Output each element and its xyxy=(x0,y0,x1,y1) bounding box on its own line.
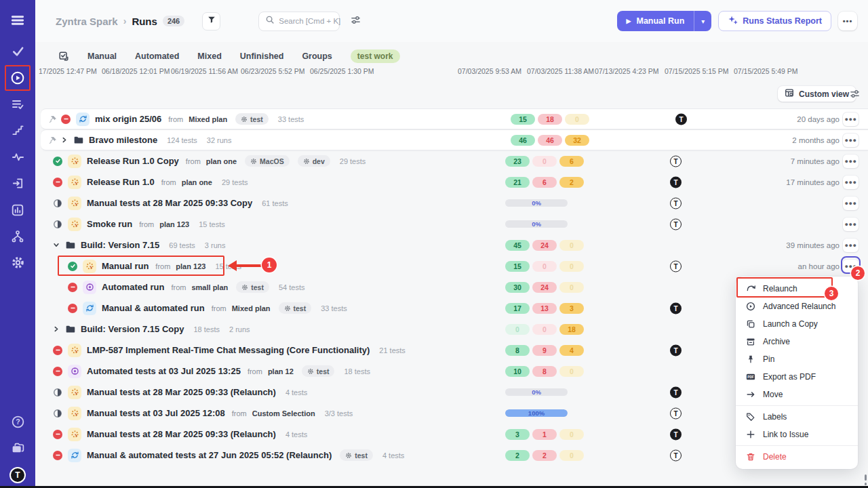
menu-item-relaunch[interactable]: Relaunch xyxy=(736,280,858,298)
scrollbar-thumb[interactable] xyxy=(865,474,867,481)
run-tag[interactable]: MacOS xyxy=(245,155,290,167)
sidebar-item-bar-chart[interactable] xyxy=(0,197,35,223)
row-more-button[interactable]: ●●● xyxy=(843,113,859,126)
row-more-button[interactable]: ●●● xyxy=(843,239,859,252)
row-more-button[interactable]: ●●● xyxy=(843,260,859,273)
run-name[interactable]: Manual tests at 28 Mar 2025 09:33 Copy xyxy=(87,198,252,208)
filter-button[interactable] xyxy=(202,12,220,30)
menu-item-archive[interactable]: Archive xyxy=(736,333,858,350)
tab-manual[interactable]: Manual xyxy=(87,52,117,61)
run-tag[interactable]: test xyxy=(235,113,269,125)
run-plan-name[interactable]: plan one xyxy=(206,157,237,165)
table-row[interactable]: Manual runfrom plan 12315 tests1500Tan h… xyxy=(35,256,868,277)
chevron-down-icon[interactable] xyxy=(53,241,60,249)
run-stats: 100% xyxy=(505,403,568,424)
table-row[interactable]: Release Run 1.0 Copyfrom plan oneMacOSde… xyxy=(35,150,868,171)
table-row[interactable]: Build: Version 7.1569 tests3 runs4524039… xyxy=(35,235,868,256)
run-name[interactable]: Build: Version 7.15 Copy xyxy=(81,324,184,334)
run-plan-name[interactable]: plan 123 xyxy=(159,220,189,228)
sidebar-item-folders[interactable] xyxy=(0,435,35,462)
row-more-button[interactable]: ●●● xyxy=(843,218,859,231)
select-runs-icon[interactable] xyxy=(58,51,69,62)
table-row[interactable]: mix origin 25/06from Mixed plantest33 te… xyxy=(41,108,868,129)
run-plan-name[interactable]: Mixed plan xyxy=(232,304,271,312)
table-row[interactable]: Manual tests at 28 Mar 2025 09:33 Copy61… xyxy=(35,192,868,214)
chevron-right-icon[interactable] xyxy=(61,136,68,144)
run-name[interactable]: Manual & automated tests at 27 Jun 2025 … xyxy=(87,450,332,460)
run-name[interactable]: mix origin 25/06 xyxy=(95,114,161,124)
menu-item-delete[interactable]: Delete xyxy=(736,448,858,466)
sidebar-user-avatar[interactable]: T xyxy=(0,462,35,488)
sidebar-item-check[interactable] xyxy=(0,38,35,64)
copy-icon xyxy=(745,319,756,329)
run-name[interactable]: Bravo milestone xyxy=(89,135,157,145)
sidebar-item-steps[interactable] xyxy=(0,117,35,144)
run-tag[interactable]: test xyxy=(302,365,335,377)
header-more-button[interactable]: ••• xyxy=(838,12,857,30)
chevron-right-icon[interactable] xyxy=(53,325,60,333)
run-plan-name[interactable]: Custom Selection xyxy=(252,409,315,418)
menu-item-advanced-relaunch[interactable]: Advanced Relaunch xyxy=(736,298,858,315)
menu-item-labels[interactable]: Labels xyxy=(736,408,858,426)
run-name[interactable]: Manual & automated run xyxy=(102,303,205,313)
run-tag[interactable]: test xyxy=(236,281,269,293)
sidebar-item-pulse[interactable] xyxy=(0,144,35,170)
run-name[interactable]: Manual tests at 28 Mar 2025 09:33 (Relau… xyxy=(87,387,276,397)
hamburger-menu-icon xyxy=(10,13,25,28)
avatar: T xyxy=(670,386,682,398)
avatar: T xyxy=(675,113,687,125)
runs-status-report-button[interactable]: Runs Status Report xyxy=(718,11,831,31)
run-name[interactable]: Automated tests at 03 Jul 2025 13:25 xyxy=(87,366,241,376)
tab-groups[interactable]: Groups xyxy=(302,52,332,61)
menu-item-move[interactable]: Move xyxy=(736,386,858,403)
run-name[interactable]: Release Run 1.0 xyxy=(87,177,155,187)
row-more-button[interactable]: ●●● xyxy=(843,155,859,168)
run-name[interactable]: Manual tests at 28 Mar 2025 09:33 (Relau… xyxy=(87,429,276,439)
run-plan-name[interactable]: plan one xyxy=(182,178,212,186)
run-name[interactable]: Manual run xyxy=(102,261,149,271)
tab-mixed[interactable]: Mixed xyxy=(197,52,221,61)
adjustments-icon[interactable] xyxy=(351,15,361,28)
manual-run-dropdown-button[interactable]: ▾ xyxy=(694,11,711,31)
manual-run-button[interactable]: ▶ Manual Run xyxy=(617,11,694,31)
run-plan-name[interactable]: small plan xyxy=(191,283,228,291)
run-name[interactable]: Smoke run xyxy=(87,219,132,229)
row-more-button[interactable]: ●●● xyxy=(843,176,859,189)
sidebar-item-hamburger-menu[interactable] xyxy=(0,8,35,33)
menu-item-pin[interactable]: Pin xyxy=(736,350,858,368)
run-tag[interactable]: test xyxy=(279,302,312,314)
search-input[interactable]: Search [Cmd + K] xyxy=(258,12,340,31)
tag-filter-pill[interactable]: test work xyxy=(351,49,400,63)
run-plan-name[interactable]: plan 12 xyxy=(268,367,294,375)
run-name[interactable]: Automated run xyxy=(102,282,164,292)
menu-item-launch-a-copy[interactable]: Launch a Copy xyxy=(736,315,858,333)
sidebar-item-list-check[interactable] xyxy=(0,91,35,117)
table-row[interactable]: Release Run 1.0from plan one29 tests2162… xyxy=(35,171,868,192)
run-name[interactable]: LMP-587 Implement Real-Time Chat Messagi… xyxy=(87,345,370,355)
tab-automated[interactable]: Automated xyxy=(135,52,179,61)
breadcrumb-project[interactable]: Zyntra Spark xyxy=(56,16,118,27)
table-row[interactable]: Smoke runfrom plan 12315 tests0%T●●● xyxy=(35,214,868,235)
row-more-button[interactable]: ●●● xyxy=(843,134,859,147)
run-name[interactable]: Release Run 1.0 Copy xyxy=(87,156,179,166)
custom-view-button[interactable]: Custom view xyxy=(778,86,856,102)
run-tag[interactable]: test xyxy=(340,449,373,461)
sidebar-item-help-circle[interactable]: ? xyxy=(0,409,35,435)
sidebar-item-sign-in[interactable] xyxy=(0,170,35,197)
table-row[interactable]: Bravo milestone124 tests32 runs4646322 m… xyxy=(41,129,868,150)
tab-unfinished[interactable]: Unfinished xyxy=(240,52,284,61)
run-name[interactable]: Build: Version 7.15 xyxy=(81,240,159,250)
run-plan-name[interactable]: plan 123 xyxy=(176,262,205,270)
scrollbar-thumb[interactable] xyxy=(865,483,867,485)
sidebar-item-gear[interactable] xyxy=(0,249,35,276)
menu-item-link-to-issue[interactable]: Link to Issue xyxy=(736,426,858,443)
run-plan-name[interactable]: Mixed plan xyxy=(189,115,227,123)
sidebar-item-branch[interactable] xyxy=(0,223,35,249)
run-name[interactable]: Manual tests at 03 Jul 2025 12:08 xyxy=(87,408,225,418)
menu-item-export-as-pdf[interactable]: PDF Export as PDF xyxy=(736,368,858,386)
run-stats: 30240 xyxy=(505,277,587,298)
run-tag[interactable]: dev xyxy=(298,155,330,167)
sidebar-item-play-circle[interactable] xyxy=(0,64,35,91)
row-more-button[interactable]: ●●● xyxy=(843,197,859,210)
view-sliders-icon[interactable] xyxy=(850,89,860,102)
